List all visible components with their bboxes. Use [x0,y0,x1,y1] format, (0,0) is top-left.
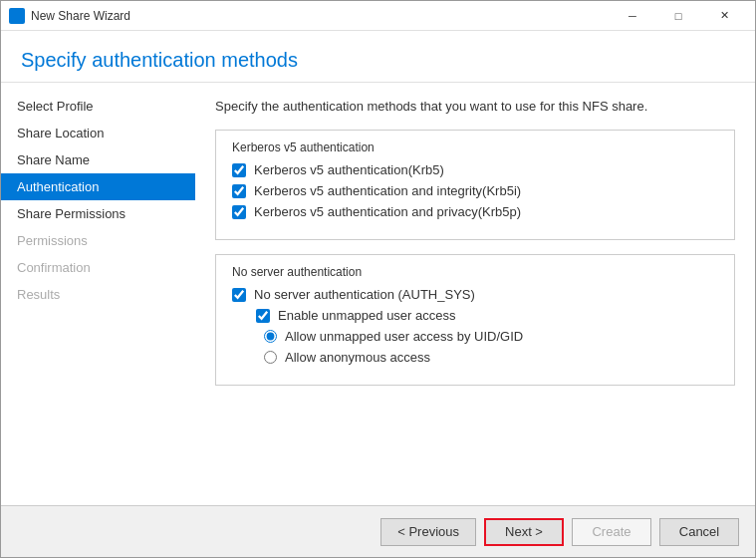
noauth-group-label: No server authentication [232,265,718,279]
anon-row: Allow anonymous access [264,350,718,365]
auth-sys-label: No server authentication (AUTH_SYS) [254,287,475,302]
window: New Share Wizard ─ □ ✕ Specify authentic… [0,0,756,558]
krb5i-label: Kerberos v5 authentication and integrity… [254,183,521,198]
sidebar-item-results: Results [1,281,195,308]
krb5i-row: Kerberos v5 authentication and integrity… [232,183,718,198]
main-content: Specify authentication methods Select Pr… [1,31,755,505]
anon-radio[interactable] [264,351,277,364]
cancel-button[interactable]: Cancel [659,518,739,546]
krb5p-checkbox[interactable] [232,205,246,219]
minimize-button[interactable]: ─ [610,1,655,31]
next-button[interactable]: Next > [484,518,564,546]
uid-gid-row: Allow unmapped user access by UID/GID [264,329,718,344]
uid-gid-label: Allow unmapped user access by UID/GID [285,329,523,344]
sidebar-item-select-profile[interactable]: Select Profile [1,93,195,120]
krb5-row: Kerberos v5 authentication(Krb5) [232,162,718,177]
unmapped-checkbox[interactable] [256,309,270,323]
page-heading: Specify authentication methods [21,49,735,72]
krb5i-checkbox[interactable] [232,184,246,198]
uid-gid-radio[interactable] [264,330,277,343]
sidebar-item-confirmation: Confirmation [1,254,195,281]
krb5p-label: Kerberos v5 authentication and privacy(K… [254,204,521,219]
create-button: Create [572,518,651,546]
page-header: Specify authentication methods [1,31,755,83]
unmapped-row: Enable unmapped user access [256,308,718,323]
app-icon [9,8,25,24]
right-panel: Specify the authentication methods that … [195,83,755,505]
kerberos-group: Kerberos v5 authentication Kerberos v5 a… [215,130,735,240]
sidebar-item-share-permissions[interactable]: Share Permissions [1,200,195,227]
window-title: New Share Wizard [31,9,610,23]
maximize-button[interactable]: □ [655,1,701,31]
kerberos-group-label: Kerberos v5 authentication [232,140,718,154]
previous-button[interactable]: < Previous [380,518,476,546]
description-text: Specify the authentication methods that … [215,99,735,114]
footer: < Previous Next > Create Cancel [1,505,755,557]
window-controls: ─ □ ✕ [610,1,747,31]
auth-sys-checkbox[interactable] [232,288,246,302]
close-button[interactable]: ✕ [701,1,747,31]
body-area: Select Profile Share Location Share Name… [1,83,755,505]
unmapped-label: Enable unmapped user access [278,308,456,323]
auth-sys-row: No server authentication (AUTH_SYS) [232,287,718,302]
sidebar-item-share-location[interactable]: Share Location [1,120,195,146]
sidebar: Select Profile Share Location Share Name… [1,83,195,505]
sidebar-item-permissions: Permissions [1,227,195,254]
noauth-group: No server authentication No server authe… [215,254,735,386]
anon-label: Allow anonymous access [285,350,430,365]
title-bar: New Share Wizard ─ □ ✕ [1,1,755,31]
krb5-label: Kerberos v5 authentication(Krb5) [254,162,444,177]
sidebar-item-authentication[interactable]: Authentication [1,173,195,200]
krb5-checkbox[interactable] [232,163,246,177]
krb5p-row: Kerberos v5 authentication and privacy(K… [232,204,718,219]
sidebar-item-share-name[interactable]: Share Name [1,146,195,173]
